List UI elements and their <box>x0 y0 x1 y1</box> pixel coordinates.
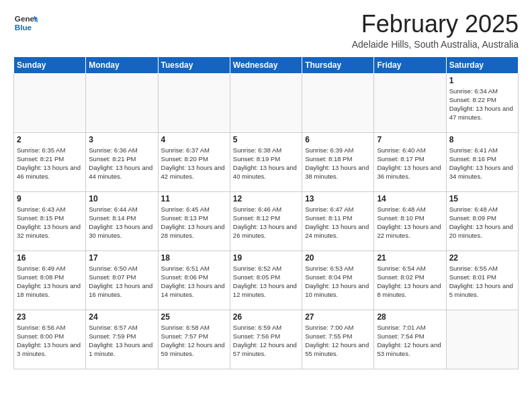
calendar-cell: 5Sunrise: 6:38 AM Sunset: 8:19 PM Daylig… <box>230 132 302 191</box>
day-info: Sunrise: 6:40 AM Sunset: 8:17 PM Dayligh… <box>377 146 443 181</box>
day-info: Sunrise: 6:38 AM Sunset: 8:19 PM Dayligh… <box>233 146 299 181</box>
day-info: Sunrise: 6:50 AM Sunset: 8:07 PM Dayligh… <box>89 264 154 300</box>
day-number: 20 <box>305 253 371 263</box>
day-number: 22 <box>449 253 515 263</box>
day-info: Sunrise: 7:00 AM Sunset: 7:55 PM Dayligh… <box>305 323 371 359</box>
month-title: February 2025 <box>352 11 519 38</box>
day-number: 9 <box>17 194 83 203</box>
calendar-cell: 25Sunrise: 6:58 AM Sunset: 7:57 PM Dayli… <box>158 310 230 369</box>
day-number: 6 <box>305 135 371 144</box>
day-info: Sunrise: 6:44 AM Sunset: 8:14 PM Dayligh… <box>89 205 154 240</box>
calendar-cell: 13Sunrise: 6:47 AM Sunset: 8:11 PM Dayli… <box>302 191 374 250</box>
calendar-cell: 1Sunrise: 6:34 AM Sunset: 8:22 PM Daylig… <box>446 73 518 132</box>
calendar-cell: 12Sunrise: 6:46 AM Sunset: 8:12 PM Dayli… <box>230 191 302 250</box>
day-number: 7 <box>377 135 443 144</box>
calendar-cell: 21Sunrise: 6:54 AM Sunset: 8:02 PM Dayli… <box>374 250 446 310</box>
day-number: 23 <box>17 312 83 322</box>
logo-icon: General Blue <box>13 11 38 35</box>
day-number: 21 <box>377 253 443 263</box>
day-info: Sunrise: 6:35 AM Sunset: 8:21 PM Dayligh… <box>17 146 83 181</box>
calendar-cell: 11Sunrise: 6:45 AM Sunset: 8:13 PM Dayli… <box>158 191 230 250</box>
day-number: 10 <box>89 194 154 203</box>
day-number: 15 <box>449 194 515 203</box>
day-info: Sunrise: 6:41 AM Sunset: 8:16 PM Dayligh… <box>449 146 515 181</box>
day-info: Sunrise: 7:01 AM Sunset: 7:54 PM Dayligh… <box>377 323 443 359</box>
location: Adelaide Hills, South Australia, Austral… <box>352 39 519 50</box>
calendar-cell <box>158 73 230 132</box>
calendar-cell: 18Sunrise: 6:51 AM Sunset: 8:06 PM Dayli… <box>158 250 230 310</box>
calendar-cell: 3Sunrise: 6:36 AM Sunset: 8:21 PM Daylig… <box>86 132 158 191</box>
day-number: 19 <box>233 253 299 263</box>
calendar-cell: 6Sunrise: 6:39 AM Sunset: 8:18 PM Daylig… <box>302 132 374 191</box>
day-info: Sunrise: 6:46 AM Sunset: 8:12 PM Dayligh… <box>233 205 299 240</box>
calendar-table: SundayMondayTuesdayWednesdayThursdayFrid… <box>13 56 519 369</box>
calendar-cell: 15Sunrise: 6:48 AM Sunset: 8:09 PM Dayli… <box>446 191 518 250</box>
day-number: 17 <box>89 253 154 263</box>
svg-text:Blue: Blue <box>15 23 32 32</box>
day-info: Sunrise: 6:58 AM Sunset: 7:57 PM Dayligh… <box>161 323 227 359</box>
calendar-week-row: 16Sunrise: 6:49 AM Sunset: 8:08 PM Dayli… <box>14 250 519 310</box>
calendar-day-header: Wednesday <box>230 56 302 73</box>
day-number: 26 <box>233 312 299 322</box>
calendar-cell: 28Sunrise: 7:01 AM Sunset: 7:54 PM Dayli… <box>374 310 446 369</box>
day-number: 1 <box>449 76 515 85</box>
day-number: 11 <box>161 194 227 203</box>
day-number: 14 <box>377 194 443 203</box>
calendar-cell: 14Sunrise: 6:48 AM Sunset: 8:10 PM Dayli… <box>374 191 446 250</box>
day-number: 3 <box>89 135 154 144</box>
day-info: Sunrise: 6:56 AM Sunset: 8:00 PM Dayligh… <box>17 323 83 359</box>
day-number: 16 <box>17 253 83 263</box>
calendar-day-header: Monday <box>86 56 158 73</box>
calendar-cell: 16Sunrise: 6:49 AM Sunset: 8:08 PM Dayli… <box>14 250 86 310</box>
calendar-cell: 9Sunrise: 6:43 AM Sunset: 8:15 PM Daylig… <box>14 191 86 250</box>
title-block: February 2025 Adelaide Hills, South Aust… <box>352 11 519 50</box>
page: General Blue February 2025 Adelaide Hill… <box>0 0 532 376</box>
calendar-cell <box>86 73 158 132</box>
logo: General Blue <box>13 11 38 35</box>
day-number: 25 <box>161 312 227 322</box>
day-number: 12 <box>233 194 299 203</box>
calendar-cell: 17Sunrise: 6:50 AM Sunset: 8:07 PM Dayli… <box>86 250 158 310</box>
header: General Blue February 2025 Adelaide Hill… <box>13 11 519 50</box>
day-info: Sunrise: 6:36 AM Sunset: 8:21 PM Dayligh… <box>89 146 154 181</box>
calendar-header-row: SundayMondayTuesdayWednesdayThursdayFrid… <box>14 56 519 73</box>
day-number: 4 <box>161 135 227 144</box>
calendar-cell <box>302 73 374 132</box>
calendar-day-header: Sunday <box>14 56 86 73</box>
calendar-cell <box>446 310 518 369</box>
day-info: Sunrise: 6:48 AM Sunset: 8:10 PM Dayligh… <box>377 205 443 240</box>
day-info: Sunrise: 6:43 AM Sunset: 8:15 PM Dayligh… <box>17 205 83 240</box>
calendar-week-row: 1Sunrise: 6:34 AM Sunset: 8:22 PM Daylig… <box>14 73 519 132</box>
calendar-cell: 27Sunrise: 7:00 AM Sunset: 7:55 PM Dayli… <box>302 310 374 369</box>
day-number: 27 <box>305 312 371 322</box>
calendar-cell <box>374 73 446 132</box>
day-info: Sunrise: 6:55 AM Sunset: 8:01 PM Dayligh… <box>449 264 515 300</box>
day-info: Sunrise: 6:37 AM Sunset: 8:20 PM Dayligh… <box>161 146 227 181</box>
day-info: Sunrise: 6:57 AM Sunset: 7:59 PM Dayligh… <box>89 323 154 359</box>
calendar-week-row: 9Sunrise: 6:43 AM Sunset: 8:15 PM Daylig… <box>14 191 519 250</box>
day-number: 8 <box>449 135 515 144</box>
day-info: Sunrise: 6:39 AM Sunset: 8:18 PM Dayligh… <box>305 146 371 181</box>
calendar-cell <box>14 73 86 132</box>
day-number: 24 <box>89 312 154 322</box>
calendar-cell: 23Sunrise: 6:56 AM Sunset: 8:00 PM Dayli… <box>14 310 86 369</box>
calendar-day-header: Thursday <box>302 56 374 73</box>
calendar-cell <box>230 73 302 132</box>
calendar-cell: 10Sunrise: 6:44 AM Sunset: 8:14 PM Dayli… <box>86 191 158 250</box>
day-info: Sunrise: 6:52 AM Sunset: 8:05 PM Dayligh… <box>233 264 299 300</box>
day-number: 28 <box>377 312 443 322</box>
day-number: 5 <box>233 135 299 144</box>
day-info: Sunrise: 6:34 AM Sunset: 8:22 PM Dayligh… <box>449 87 515 122</box>
calendar-cell: 4Sunrise: 6:37 AM Sunset: 8:20 PM Daylig… <box>158 132 230 191</box>
calendar-day-header: Tuesday <box>158 56 230 73</box>
day-info: Sunrise: 6:53 AM Sunset: 8:04 PM Dayligh… <box>305 264 371 300</box>
day-info: Sunrise: 6:45 AM Sunset: 8:13 PM Dayligh… <box>161 205 227 240</box>
calendar-day-header: Friday <box>374 56 446 73</box>
day-info: Sunrise: 6:54 AM Sunset: 8:02 PM Dayligh… <box>377 264 443 300</box>
calendar-cell: 7Sunrise: 6:40 AM Sunset: 8:17 PM Daylig… <box>374 132 446 191</box>
calendar-cell: 24Sunrise: 6:57 AM Sunset: 7:59 PM Dayli… <box>86 310 158 369</box>
calendar-cell: 8Sunrise: 6:41 AM Sunset: 8:16 PM Daylig… <box>446 132 518 191</box>
calendar-cell: 2Sunrise: 6:35 AM Sunset: 8:21 PM Daylig… <box>14 132 86 191</box>
day-number: 13 <box>305 194 371 203</box>
calendar-week-row: 23Sunrise: 6:56 AM Sunset: 8:00 PM Dayli… <box>14 310 519 369</box>
